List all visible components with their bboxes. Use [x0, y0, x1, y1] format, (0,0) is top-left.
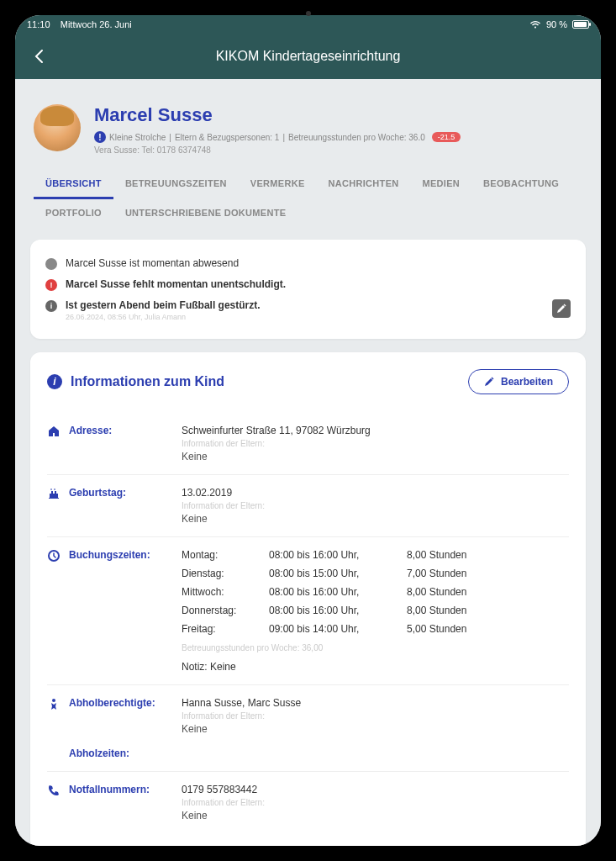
- home-icon: [47, 425, 61, 438]
- tab-notes[interactable]: VERMERKE: [239, 170, 317, 199]
- edit-note-button[interactable]: [552, 299, 571, 318]
- statusbar: 11:10 Mittwoch 26. Juni 90 %: [15, 15, 601, 34]
- pickup-value: Hanna Susse, Marc Susse: [182, 697, 569, 709]
- row-emergency: Notfallnummern: 0179 557883442 Informati…: [47, 772, 569, 833]
- booking-notiz: Notiz: Keine: [182, 661, 569, 673]
- tab-media[interactable]: MEDIEN: [411, 170, 472, 199]
- tab-overview[interactable]: ÜBERSICHT: [34, 170, 113, 199]
- pencil-icon: [484, 377, 494, 387]
- tab-care-times[interactable]: BETREUUNGSZEITEN: [113, 170, 239, 199]
- row-booking: Buchungszeiten: Montag:08:00 bis 16:00 U…: [47, 537, 569, 685]
- status-date: Mittwoch 26. Juni: [61, 19, 132, 29]
- tab-signed-docs[interactable]: UNTERSCHRIEBENE DOKUMENTE: [113, 199, 297, 226]
- person-icon: [47, 697, 61, 710]
- address-value: Schweinfurter Straße 11, 97082 Würzburg: [182, 425, 569, 436]
- status-dot-icon: [45, 258, 57, 270]
- cake-icon: [47, 487, 61, 500]
- pickup-times-label: Abholzeiten:: [69, 747, 129, 759]
- status-absent: Marcel Susse ist momentan abwesend: [66, 257, 571, 269]
- child-name: Marcel Susse: [94, 104, 461, 126]
- tab-messages[interactable]: NACHRICHTEN: [317, 170, 411, 199]
- profile-group: Kleine Strolche: [109, 133, 166, 142]
- tab-portfolio[interactable]: PORTFOLIO: [34, 199, 113, 226]
- info-dot-icon: i: [45, 300, 57, 312]
- profile-hours: Betreuungsstunden pro Woche: 36.0: [288, 133, 425, 142]
- battery-percent: 90 %: [546, 19, 567, 29]
- status-note-meta: 26.06.2024, 08:56 Uhr, Julia Amann: [66, 313, 544, 321]
- row-pickup: Abholberechtigte: Abholzeiten: Hanna Sus…: [47, 685, 569, 772]
- booking-total: Betreuungsstunden pro Woche: 36,00: [182, 643, 569, 652]
- svg-point-1: [52, 699, 55, 702]
- status-unexcused: Marcel Susse fehlt momentan unentschuldi…: [66, 278, 286, 290]
- battery-icon: [572, 20, 589, 29]
- status-time: 11:10: [27, 19, 50, 29]
- page-title: KIKOM Kindertageseinrichtung: [50, 49, 566, 64]
- schedule-table: Montag:08:00 bis 16:00 Uhr,8,00 StundenD…: [182, 549, 569, 635]
- status-note: Ist gestern Abend beim Fußball gestürzt.: [66, 299, 261, 311]
- profile-guardians: Eltern & Bezugspersonen: 1: [175, 133, 280, 142]
- tab-observation[interactable]: BEOBACHTUNG: [471, 170, 571, 199]
- edit-button[interactable]: Bearbeiten: [468, 369, 569, 394]
- emergency-value: 0179 557883442: [182, 784, 569, 795]
- status-card: Marcel Susse ist momentan abwesend ! Mar…: [30, 240, 586, 339]
- phone-icon: [47, 784, 61, 797]
- back-button[interactable]: [27, 45, 50, 68]
- wifi-icon: [529, 20, 541, 29]
- profile-contact: Vera Susse: Tel: 0178 6374748: [94, 145, 461, 155]
- birthday-value: 13.02.2019: [182, 487, 569, 499]
- profile-section: Marcel Susse ! Kleine Strolche | Eltern …: [15, 79, 601, 163]
- app-header: KIKOM Kindertageseinrichtung: [15, 34, 601, 79]
- pencil-icon: [556, 304, 566, 314]
- info-icon: !: [94, 131, 106, 143]
- avatar[interactable]: [34, 104, 81, 151]
- info-icon: i: [47, 374, 62, 389]
- alert-icon: !: [45, 279, 57, 291]
- tabs-nav: ÜBERSICHT BETREUUNGSZEITEN VERMERKE NACH…: [15, 163, 601, 226]
- chevron-left-icon: [34, 49, 44, 64]
- section-title: Informationen zum Kind: [71, 374, 224, 389]
- child-info-section: i Informationen zum Kind Bearbeiten Adre…: [30, 352, 586, 846]
- row-address: Adresse: Schweinfurter Straße 11, 97082 …: [47, 413, 569, 475]
- hours-badge: -21.5: [432, 132, 461, 142]
- clock-icon: [47, 549, 61, 563]
- row-birthday: Geburtstag: 13.02.2019 Information der E…: [47, 475, 569, 537]
